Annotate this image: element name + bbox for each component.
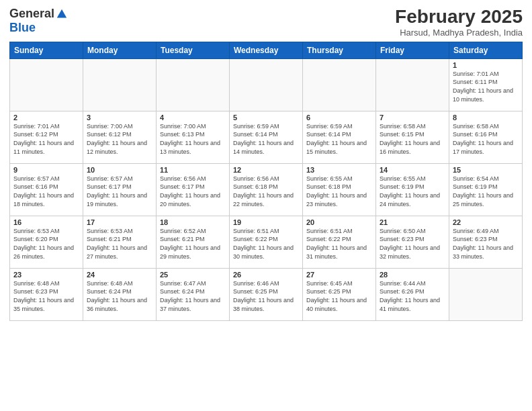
day-number: 9 (13, 166, 79, 174)
day-cell: 10Sunrise: 6:57 AM Sunset: 6:17 PM Dayli… (83, 163, 157, 216)
location: Harsud, Madhya Pradesh, India (395, 28, 523, 38)
day-number: 25 (160, 271, 226, 279)
day-number: 12 (233, 166, 299, 174)
day-number: 4 (160, 113, 226, 122)
day-cell: 17Sunrise: 6:53 AM Sunset: 6:21 PM Dayli… (83, 216, 157, 268)
day-cell (376, 58, 449, 111)
day-cell: 6Sunrise: 6:59 AM Sunset: 6:14 PM Daylig… (303, 111, 376, 163)
day-info: Sunrise: 6:48 AM Sunset: 6:24 PM Dayligh… (87, 279, 152, 313)
day-number: 13 (306, 166, 372, 174)
day-number: 8 (453, 113, 519, 122)
day-info: Sunrise: 6:55 AM Sunset: 6:19 PM Dayligh… (380, 175, 445, 208)
day-number: 28 (380, 271, 445, 279)
week-row-2: 9Sunrise: 6:57 AM Sunset: 6:16 PM Daylig… (10, 163, 523, 216)
day-cell: 1Sunrise: 7:01 AM Sunset: 6:11 PM Daylig… (449, 58, 523, 111)
day-number: 27 (306, 271, 372, 279)
day-number: 26 (233, 271, 299, 279)
day-cell: 2Sunrise: 7:01 AM Sunset: 6:12 PM Daylig… (10, 111, 83, 163)
day-info: Sunrise: 6:46 AM Sunset: 6:25 PM Dayligh… (233, 279, 299, 313)
month-title: February 2025 (395, 7, 523, 28)
day-cell: 20Sunrise: 6:51 AM Sunset: 6:22 PM Dayli… (303, 216, 376, 268)
day-number: 23 (13, 271, 79, 279)
day-info: Sunrise: 6:57 AM Sunset: 6:16 PM Dayligh… (13, 175, 79, 208)
day-cell: 19Sunrise: 6:51 AM Sunset: 6:22 PM Dayli… (230, 216, 303, 268)
logo-blue-text: Blue (9, 21, 36, 34)
weekday-header-monday: Monday (83, 42, 157, 58)
day-cell (83, 58, 157, 111)
day-info: Sunrise: 6:57 AM Sunset: 6:17 PM Dayligh… (87, 175, 152, 208)
day-info: Sunrise: 7:00 AM Sunset: 6:13 PM Dayligh… (160, 122, 226, 156)
day-cell: 18Sunrise: 6:52 AM Sunset: 6:21 PM Dayli… (157, 216, 230, 268)
day-info: Sunrise: 6:45 AM Sunset: 6:25 PM Dayligh… (306, 279, 372, 313)
day-number: 21 (380, 218, 445, 226)
day-number: 10 (87, 166, 152, 174)
logo-general-text: General (9, 7, 54, 21)
day-number: 22 (453, 218, 519, 226)
day-info: Sunrise: 6:48 AM Sunset: 6:23 PM Dayligh… (13, 279, 79, 313)
day-number: 14 (380, 166, 445, 174)
week-row-0: 1Sunrise: 7:01 AM Sunset: 6:11 PM Daylig… (10, 58, 523, 111)
day-cell: 28Sunrise: 6:44 AM Sunset: 6:26 PM Dayli… (376, 268, 449, 320)
day-number: 3 (87, 113, 152, 122)
day-cell: 3Sunrise: 7:00 AM Sunset: 6:12 PM Daylig… (83, 111, 157, 163)
weekday-header-tuesday: Tuesday (157, 42, 230, 58)
day-number: 11 (160, 166, 226, 174)
day-info: Sunrise: 6:59 AM Sunset: 6:14 PM Dayligh… (233, 122, 299, 156)
day-cell: 13Sunrise: 6:55 AM Sunset: 6:18 PM Dayli… (303, 163, 376, 216)
day-info: Sunrise: 7:01 AM Sunset: 6:11 PM Dayligh… (453, 70, 519, 103)
header-right: February 2025 Harsud, Madhya Pradesh, In… (395, 7, 523, 38)
day-cell: 27Sunrise: 6:45 AM Sunset: 6:25 PM Dayli… (303, 268, 376, 320)
day-number: 15 (453, 166, 519, 174)
day-number: 2 (13, 113, 79, 122)
day-cell: 23Sunrise: 6:48 AM Sunset: 6:23 PM Dayli… (10, 268, 83, 320)
day-number: 17 (87, 218, 152, 226)
day-number: 6 (306, 113, 372, 122)
day-info: Sunrise: 6:54 AM Sunset: 6:19 PM Dayligh… (453, 175, 519, 208)
day-cell: 12Sunrise: 6:56 AM Sunset: 6:18 PM Dayli… (230, 163, 303, 216)
day-cell: 25Sunrise: 6:47 AM Sunset: 6:24 PM Dayli… (157, 268, 230, 320)
day-cell: 4Sunrise: 7:00 AM Sunset: 6:13 PM Daylig… (157, 111, 230, 163)
day-info: Sunrise: 6:44 AM Sunset: 6:26 PM Dayligh… (380, 279, 445, 313)
day-cell: 22Sunrise: 6:49 AM Sunset: 6:23 PM Dayli… (449, 216, 523, 268)
day-cell: 15Sunrise: 6:54 AM Sunset: 6:19 PM Dayli… (449, 163, 523, 216)
weekday-header-sunday: Sunday (10, 42, 83, 58)
day-cell: 24Sunrise: 6:48 AM Sunset: 6:24 PM Dayli… (83, 268, 157, 320)
weekday-header-friday: Friday (376, 42, 449, 58)
day-info: Sunrise: 6:49 AM Sunset: 6:23 PM Dayligh… (453, 227, 519, 261)
page: General Blue February 2025 Harsud, Madhy… (0, 0, 532, 411)
weekday-header-thursday: Thursday (303, 42, 376, 58)
logo: General Blue (9, 7, 68, 35)
day-info: Sunrise: 6:51 AM Sunset: 6:22 PM Dayligh… (233, 227, 299, 261)
day-cell (303, 58, 376, 111)
day-cell: 8Sunrise: 6:58 AM Sunset: 6:16 PM Daylig… (449, 111, 523, 163)
day-info: Sunrise: 6:51 AM Sunset: 6:22 PM Dayligh… (306, 227, 372, 261)
day-number: 1 (453, 61, 519, 69)
day-cell (449, 268, 523, 320)
day-cell: 21Sunrise: 6:50 AM Sunset: 6:23 PM Dayli… (376, 216, 449, 268)
day-number: 16 (13, 218, 79, 226)
day-cell: 9Sunrise: 6:57 AM Sunset: 6:16 PM Daylig… (10, 163, 83, 216)
day-info: Sunrise: 6:55 AM Sunset: 6:18 PM Dayligh… (306, 175, 372, 208)
day-info: Sunrise: 6:47 AM Sunset: 6:24 PM Dayligh… (160, 279, 226, 313)
logo-icon (56, 8, 68, 20)
day-info: Sunrise: 6:56 AM Sunset: 6:18 PM Dayligh… (233, 175, 299, 208)
weekday-header-wednesday: Wednesday (230, 42, 303, 58)
day-number: 7 (380, 113, 445, 122)
svg-marker-0 (57, 9, 66, 17)
day-cell (10, 58, 83, 111)
header: General Blue February 2025 Harsud, Madhy… (9, 7, 523, 38)
weekday-header-saturday: Saturday (449, 42, 523, 58)
day-number: 24 (87, 271, 152, 279)
day-info: Sunrise: 6:53 AM Sunset: 6:21 PM Dayligh… (87, 227, 152, 261)
day-cell: 5Sunrise: 6:59 AM Sunset: 6:14 PM Daylig… (230, 111, 303, 163)
week-row-3: 16Sunrise: 6:53 AM Sunset: 6:20 PM Dayli… (10, 216, 523, 268)
day-number: 20 (306, 218, 372, 226)
day-cell: 16Sunrise: 6:53 AM Sunset: 6:20 PM Dayli… (10, 216, 83, 268)
day-cell (230, 58, 303, 111)
day-info: Sunrise: 6:52 AM Sunset: 6:21 PM Dayligh… (160, 227, 226, 261)
day-info: Sunrise: 6:58 AM Sunset: 6:16 PM Dayligh… (453, 122, 519, 156)
day-cell: 14Sunrise: 6:55 AM Sunset: 6:19 PM Dayli… (376, 163, 449, 216)
day-cell: 11Sunrise: 6:56 AM Sunset: 6:17 PM Dayli… (157, 163, 230, 216)
day-number: 5 (233, 113, 299, 122)
weekday-header-row: SundayMondayTuesdayWednesdayThursdayFrid… (10, 42, 523, 58)
